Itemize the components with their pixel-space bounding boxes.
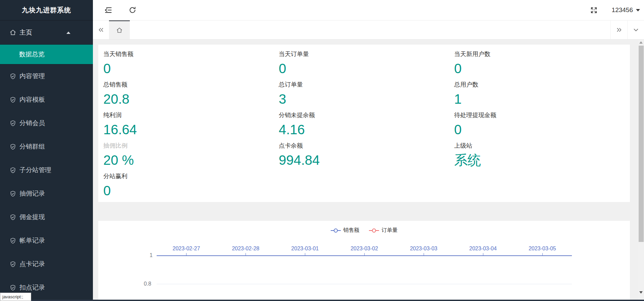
vertical-scrollbar[interactable] — [638, 40, 644, 301]
stat-cell: 当天订单量0 — [279, 50, 454, 81]
stat-cell: 待处理提现金额0 — [454, 111, 630, 142]
tab-home[interactable] — [109, 20, 130, 39]
stat-value: 0 — [454, 122, 630, 137]
y-axis-tick-label: 0.8 — [135, 281, 151, 287]
stat-label: 纯利润 — [103, 111, 279, 119]
stat-value: 994.84 — [279, 152, 454, 168]
scrollbar-down-arrow-icon[interactable] — [639, 291, 643, 294]
tabs-scroll-right-button[interactable] — [610, 20, 627, 39]
sidebar-item[interactable]: 子分站管理 — [0, 158, 93, 182]
stat-cell: 总用户数1 — [454, 81, 630, 111]
refresh-icon[interactable] — [128, 6, 137, 14]
stat-label: 待处理提现金额 — [454, 111, 630, 119]
stat-label: 抽佣比例 — [103, 142, 279, 150]
stat-label: 分销未提余额 — [279, 111, 454, 119]
collapse-sidebar-icon[interactable] — [104, 6, 113, 14]
sidebar-item[interactable]: 内容模板 — [0, 88, 93, 111]
stat-label: 总销售额 — [103, 81, 279, 89]
chart-plot-area: 1 0.8 2023-02-272023-02-282023-03-012023… — [98, 221, 630, 301]
stat-value: 3 — [279, 91, 454, 107]
shield-check-icon — [9, 167, 16, 174]
stat-value: 20 % — [103, 152, 279, 168]
stat-label: 总订单量 — [279, 81, 454, 89]
sidebar-item[interactable]: 佣金提现 — [0, 205, 93, 229]
stat-cell: 当天新用户数0 — [454, 50, 630, 81]
sidebar-item[interactable]: 抽佣记录 — [0, 182, 93, 205]
sidebar-nav: 主页 数据总览 内容管理 内容模板 — [0, 20, 93, 299]
chart-panel: 销售额 订单量 1 0.8 2023-02-272023-02-282023-0… — [98, 221, 630, 301]
x-axis-tick-label: 2023-02-28 — [225, 246, 266, 252]
x-axis-tick-label: 2023-03-03 — [404, 246, 444, 252]
stat-cell: 分销未提余额4.16 — [279, 111, 454, 142]
fullscreen-icon[interactable] — [590, 6, 598, 14]
shield-check-icon — [9, 143, 16, 150]
sidebar-item-label: 主页 — [19, 28, 32, 37]
chevron-up-icon — [66, 32, 70, 34]
user-menu[interactable]: 123456 — [612, 6, 640, 14]
tab-bar — [93, 20, 644, 40]
scrollbar-thumb[interactable] — [639, 46, 644, 242]
stat-cell: 分站赢利0 — [103, 172, 279, 203]
sidebar-item[interactable]: 分销群组 — [0, 135, 93, 158]
status-bar-tooltip: javascript:; — [0, 293, 31, 301]
stat-label: 当天销售额 — [103, 50, 279, 58]
shield-check-icon — [9, 237, 16, 244]
stat-value: 0 — [103, 61, 279, 76]
caret-down-icon — [636, 9, 640, 11]
stat-value: 0 — [454, 61, 630, 76]
sidebar-item-label: 帐单记录 — [19, 236, 45, 245]
stat-label: 上级站 — [454, 142, 630, 150]
stat-cell: 当天销售额0 — [103, 50, 279, 81]
stat-cell: 总订单量3 — [279, 81, 454, 111]
sidebar-item-home[interactable]: 主页 — [0, 20, 93, 44]
sidebar-item-label: 佣金提现 — [19, 213, 45, 221]
sidebar-item[interactable]: 帐单记录 — [0, 229, 93, 252]
shield-check-icon — [9, 261, 16, 268]
stats-grid: 当天销售额0当天订单量0当天新用户数0总销售额20.8总订单量3总用户数1纯利润… — [98, 45, 630, 203]
stat-cell: 点卡余额994.84 — [279, 142, 454, 172]
app-title: 九块九进群系统 — [0, 0, 93, 20]
stat-value: 0 — [279, 61, 454, 76]
x-axis-line — [157, 255, 572, 256]
x-axis-tick-label: 2023-03-02 — [344, 246, 384, 252]
main-content: 当天销售额0当天订单量0当天新用户数0总销售额20.8总订单量3总用户数1纯利润… — [93, 40, 638, 301]
stat-cell: 抽佣比例20 % — [103, 142, 279, 172]
stat-label: 当天新用户数 — [454, 50, 630, 58]
shield-check-icon — [9, 214, 16, 221]
tabs-menu-button[interactable] — [627, 20, 644, 39]
x-axis-tick-label: 2023-03-01 — [285, 246, 325, 252]
sidebar-item-label: 子分站管理 — [19, 166, 51, 174]
sidebar-item[interactable]: 点卡记录 — [0, 252, 93, 276]
shield-check-icon — [9, 120, 16, 127]
sidebar-item-label: 点卡记录 — [19, 260, 45, 268]
sidebar-item-label: 内容模板 — [19, 95, 45, 104]
stat-label: 点卡余额 — [279, 142, 454, 150]
sidebar-menu-list: 内容管理 内容模板 分销会员 分销群组 — [0, 64, 93, 299]
username: 123456 — [612, 6, 633, 14]
sidebar-item[interactable]: 分销会员 — [0, 111, 93, 135]
home-icon — [9, 29, 16, 36]
y-axis-tick-label: 1 — [136, 252, 153, 258]
x-axis-tick-label: 2023-02-27 — [166, 246, 206, 252]
header-bar: 123456 — [93, 0, 644, 20]
tabs-scroll-left-button[interactable] — [93, 20, 109, 39]
sidebar-item-data-overview[interactable]: 数据总览 — [0, 45, 93, 64]
stats-panel: 当天销售额0当天订单量0当天新用户数0总销售额20.8总订单量3总用户数1纯利润… — [98, 45, 630, 202]
shield-check-icon — [9, 73, 16, 80]
stat-value: 0 — [103, 183, 279, 198]
x-axis-tick-label: 2023-03-05 — [522, 246, 562, 252]
x-axis-tick-label: 2023-03-04 — [463, 246, 503, 252]
home-tab-icon — [116, 27, 123, 34]
sidebar-item[interactable]: 内容管理 — [0, 64, 93, 88]
gridline — [157, 284, 572, 284]
sidebar-item-label: 分销会员 — [19, 119, 45, 128]
stat-value: 16.64 — [103, 122, 279, 137]
app-window: 九块九进群系统 主页 数据总览 内容管理 — [0, 0, 644, 301]
scrollbar-up-arrow-icon[interactable] — [639, 41, 643, 44]
stat-cell: 纯利润16.64 — [103, 111, 279, 142]
shield-check-icon — [9, 96, 16, 103]
sidebar-item-label: 扣点记录 — [19, 283, 45, 292]
stat-label: 总用户数 — [454, 81, 630, 89]
stat-value: 系统 — [454, 152, 630, 168]
stat-value: 4.16 — [279, 122, 454, 137]
